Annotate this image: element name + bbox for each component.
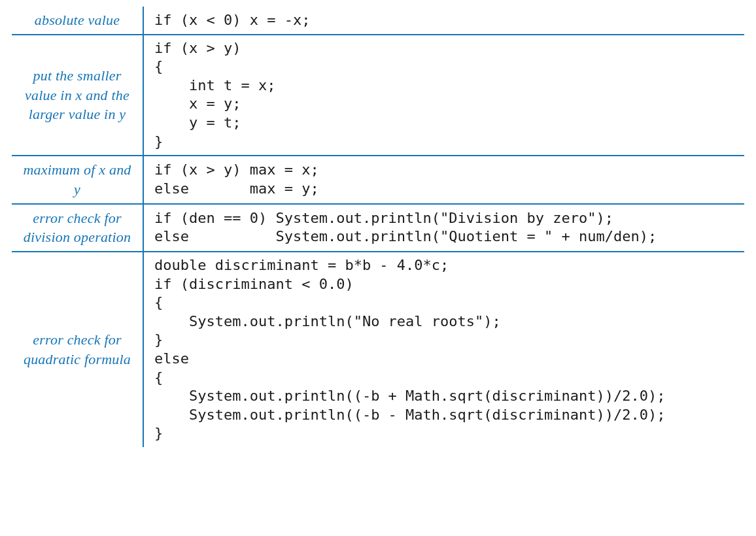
code-examples-table-page: absolute value if (x < 0) x = -x; put th… (0, 0, 756, 467)
example-code: if (den == 0) System.out.println("Divisi… (143, 204, 744, 252)
table-row: error check for division operation if (d… (12, 204, 744, 252)
example-code: double discriminant = b*b - 4.0*c; if (d… (143, 252, 744, 447)
table-row: error check for quadratic formula double… (12, 252, 744, 447)
table-row: put the smaller value in x and the large… (12, 35, 744, 156)
table-row: absolute value if (x < 0) x = -x; (12, 7, 744, 35)
example-code: if (x > y) { int t = x; x = y; y = t; } (143, 35, 744, 156)
example-label: absolute value (12, 7, 143, 35)
example-label: error check for quadratic formula (12, 252, 143, 447)
example-label: error check for division operation (12, 204, 143, 252)
example-label: put the smaller value in x and the large… (12, 35, 143, 156)
code-examples-table: absolute value if (x < 0) x = -x; put th… (12, 7, 744, 447)
example-label: maximum of x and y (12, 156, 143, 203)
table-row: maximum of x and y if (x > y) max = x; e… (12, 156, 744, 203)
example-code: if (x < 0) x = -x; (143, 7, 744, 35)
example-code: if (x > y) max = x; else max = y; (143, 156, 744, 203)
